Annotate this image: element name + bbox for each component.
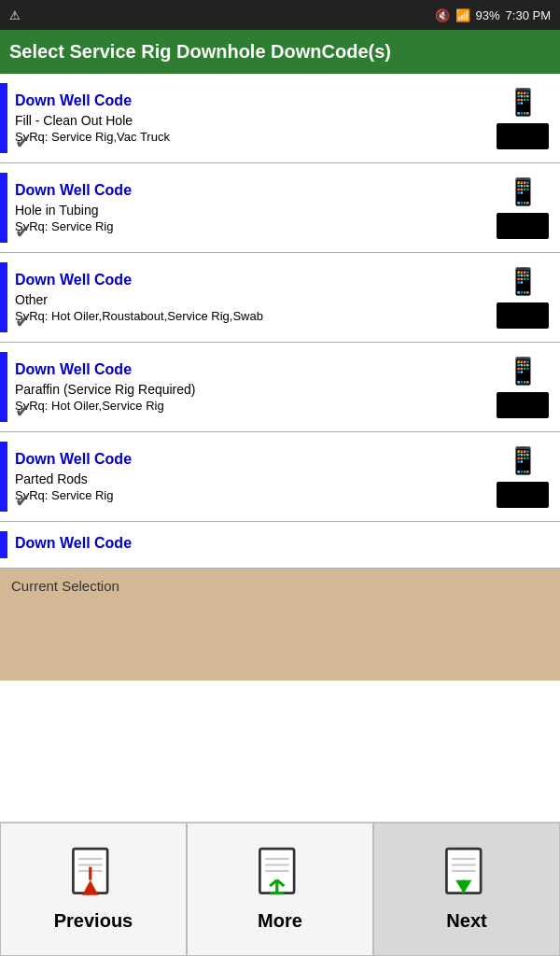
item-accent-bar bbox=[0, 83, 7, 153]
item-accent-bar bbox=[0, 531, 7, 558]
battery-text: 93% bbox=[476, 8, 500, 22]
more-button[interactable]: More bbox=[187, 822, 373, 956]
item-svrq: SvRq: Hot Oiler,Roustabout,Service Rig,S… bbox=[15, 309, 478, 323]
next-label: Next bbox=[446, 910, 486, 932]
current-selection-label: Current Selection bbox=[11, 578, 549, 594]
page-title: Select Service Rig Downhole DownCode(s) bbox=[9, 41, 551, 63]
item-action-box[interactable] bbox=[497, 213, 549, 239]
item-svrq: SvRq: Service Rig,Vac Truck bbox=[15, 130, 478, 144]
item-subtitle: Fill - Clean Out Hole bbox=[15, 113, 478, 128]
phone-icon: 📱 bbox=[507, 176, 539, 207]
item-action-box[interactable] bbox=[497, 482, 549, 508]
item-svrq: SvRq: Hot Oiler,Service Rig bbox=[15, 399, 478, 413]
item-title: Down Well Code bbox=[15, 272, 478, 288]
item-right: 📱 bbox=[485, 83, 560, 153]
item-right: 📱 bbox=[485, 352, 560, 422]
item-content: Down Well Code Other SvRq: Hot Oiler,Rou… bbox=[15, 262, 485, 332]
phone-icon: 📱 bbox=[507, 266, 539, 297]
item-subtitle: Hole in Tubing bbox=[15, 203, 478, 218]
list-item[interactable]: Down Well Code Parted Rods SvRq: Service… bbox=[0, 432, 560, 522]
item-accent-bar bbox=[0, 352, 7, 422]
item-action-box[interactable] bbox=[497, 392, 549, 418]
item-title: Down Well Code bbox=[15, 361, 478, 378]
item-subtitle: Other bbox=[15, 292, 478, 307]
item-accent-bar bbox=[0, 262, 7, 332]
checkmark-icon: ✔ bbox=[15, 400, 31, 422]
list-item[interactable]: Down Well Code bbox=[0, 522, 560, 569]
list-item[interactable]: Down Well Code Paraffin (Service Rig Req… bbox=[0, 343, 560, 432]
item-right: 📱 bbox=[485, 262, 560, 332]
current-selection-area: Current Selection bbox=[0, 569, 560, 681]
header: Select Service Rig Downhole DownCode(s) bbox=[0, 30, 560, 74]
previous-icon bbox=[68, 847, 119, 903]
warning-icon: ⚠ bbox=[9, 8, 21, 22]
item-content: Down Well Code Fill - Clean Out Hole SvR… bbox=[15, 83, 485, 153]
list-area: Down Well Code Fill - Clean Out Hole SvR… bbox=[0, 74, 560, 822]
item-title: Down Well Code bbox=[15, 535, 553, 552]
item-content: Down Well Code Hole in Tubing SvRq: Serv… bbox=[15, 173, 485, 243]
item-subtitle: Paraffin (Service Rig Required) bbox=[15, 382, 478, 397]
item-accent-bar bbox=[0, 442, 7, 512]
next-button[interactable]: Next bbox=[373, 822, 560, 956]
wifi-icon: 📶 bbox=[455, 8, 470, 22]
item-title: Down Well Code bbox=[15, 451, 478, 468]
phone-icon: 📱 bbox=[507, 356, 539, 387]
checkmark-icon: ✔ bbox=[15, 489, 31, 512]
item-action-box[interactable] bbox=[497, 123, 549, 149]
next-icon bbox=[441, 847, 492, 903]
item-right: 📱 bbox=[485, 173, 560, 243]
status-bar: ⚠ 🔇 📶 93% 7:30 PM bbox=[0, 0, 560, 30]
checkmark-icon: ✔ bbox=[15, 310, 31, 332]
more-label: More bbox=[258, 910, 302, 932]
item-content: Down Well Code Parted Rods SvRq: Service… bbox=[15, 442, 485, 512]
item-accent-bar bbox=[0, 173, 7, 243]
mute-icon: 🔇 bbox=[435, 8, 450, 22]
list-item[interactable]: Down Well Code Fill - Clean Out Hole SvR… bbox=[0, 74, 560, 163]
item-content: Down Well Code Paraffin (Service Rig Req… bbox=[15, 352, 485, 422]
item-title: Down Well Code bbox=[15, 182, 478, 199]
status-right: 🔇 📶 93% 7:30 PM bbox=[435, 8, 551, 22]
item-content: Down Well Code bbox=[15, 531, 560, 558]
phone-icon: 📱 bbox=[507, 87, 539, 118]
previous-label: Previous bbox=[54, 910, 133, 932]
checkmark-icon: ✔ bbox=[15, 131, 31, 153]
phone-icon: 📱 bbox=[507, 445, 539, 476]
item-subtitle: Parted Rods bbox=[15, 471, 478, 486]
item-right: 📱 bbox=[485, 442, 560, 512]
time-display: 7:30 PM bbox=[506, 8, 551, 22]
list-item[interactable]: Down Well Code Other SvRq: Hot Oiler,Rou… bbox=[0, 253, 560, 343]
more-icon bbox=[255, 847, 305, 903]
status-left: ⚠ bbox=[9, 8, 21, 22]
checkmark-icon: ✔ bbox=[15, 220, 31, 243]
list-item[interactable]: Down Well Code Hole in Tubing SvRq: Serv… bbox=[0, 163, 560, 253]
previous-button[interactable]: Previous bbox=[0, 822, 187, 956]
item-title: Down Well Code bbox=[15, 92, 478, 109]
item-action-box[interactable] bbox=[497, 302, 549, 329]
bottom-nav: Previous More bbox=[0, 822, 560, 956]
item-svrq: SvRq: Service Rig bbox=[15, 219, 478, 233]
item-svrq: SvRq: Service Rig bbox=[15, 488, 478, 502]
